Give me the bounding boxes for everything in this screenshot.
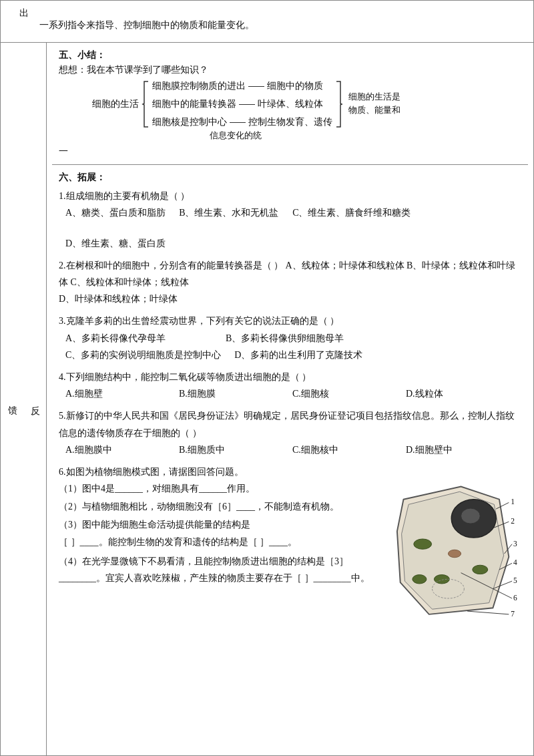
q1-optD: D、维生素、糖、蛋白质 bbox=[65, 235, 166, 252]
diagram-area: （1）图中4是______，对细胞具有______作用。 （2）与植物细胞相比，… bbox=[59, 480, 521, 632]
svg-point-6 bbox=[413, 575, 427, 584]
item-row-1: 细胞膜控制物质的进出 细胞中的物质 bbox=[152, 80, 332, 92]
cell-svg: 1 2 3 4 bbox=[388, 480, 521, 627]
q3-optB: B、多莉长得像供卵细胞母羊 bbox=[226, 330, 344, 347]
right-brace-svg bbox=[335, 80, 343, 128]
q1-optA: A、糖类、蛋白质和脂肪 bbox=[65, 204, 166, 221]
question-2: 2.在树根和叶的细胞中，分别含有的能量转换器是（ ） A、线粒体；叶绿体和线粒体… bbox=[59, 257, 521, 308]
svg-text:2: 2 bbox=[511, 517, 515, 525]
q3-optA: A、多莉长得像代孕母羊 bbox=[65, 330, 212, 347]
item-row-3: 细胞核是控制中心 控制生物发育、遗传 bbox=[152, 116, 332, 128]
svg-text:7: 7 bbox=[511, 610, 515, 618]
q3-options2: C、多莉的实例说明细胞质是控制中心 D、多莉的出生利用了克隆技术 bbox=[59, 347, 521, 363]
summary-title: 五、小结： bbox=[59, 49, 521, 61]
svg-text:6: 6 bbox=[513, 594, 517, 602]
summary-footer: 一 bbox=[59, 146, 521, 158]
left-brace-svg bbox=[142, 80, 150, 128]
main-content-cell: 五、小结： 想想：我在本节课学到了哪些知识？ 细胞的生活 bbox=[47, 43, 534, 756]
top-content: 出 一系列指令来指导、控制细胞中的物质和能量变化。 bbox=[1, 1, 534, 43]
question-5: 5.新修订的中华人民共和国《居民身份证法》明确规定，居民身份证登记项目包括指纹信… bbox=[59, 407, 521, 458]
q6-text: 6.如图为植物细胞模式图，请据图回答问题。 bbox=[59, 463, 521, 480]
q4-optD: D.线粒体 bbox=[406, 385, 506, 402]
q5-options: A.细胞膜中 B.细胞质中 C.细胞核中 D.细胞壁中 bbox=[59, 441, 521, 458]
q1-options: A、糖类、蛋白质和脂肪 B、维生素、水和无机盐 C、维生素、膳食纤维和糖类 D、… bbox=[59, 204, 521, 251]
svg-text:4: 4 bbox=[513, 558, 517, 566]
think-line: 想想：我在本节课学到了哪些知识？ bbox=[59, 64, 521, 76]
q5-text: 5.新修订的中华人民共和国《居民身份证法》明确规定，居民身份证登记项目包括指纹信… bbox=[59, 407, 521, 441]
q2-text2: D、叶绿体和线粒体；叶绿体 bbox=[59, 291, 521, 307]
svg-point-7 bbox=[473, 565, 488, 574]
q3-options: A、多莉长得像代孕母羊 B、多莉长得像供卵细胞母羊 bbox=[59, 330, 521, 347]
items-list: 细胞膜控制物质的进出 细胞中的物质 细胞中的能量转换器 叶绿体、线粒体 bbox=[152, 80, 332, 128]
question-1: 1.组成细胞的主要有机物是（ ） A、糖类、蛋白质和脂肪 B、维生素、水和无机盐… bbox=[59, 188, 521, 252]
main-row: 反馈 五、小结： 想想：我在本节课学到了哪些知识？ 细胞的生活 bbox=[1, 43, 534, 756]
sub-q3: （3）图中能为细胞生命活动提供能量的结构是［ ］____。能控制生物的发育和遗传… bbox=[59, 516, 374, 550]
q1-optC: C、维生素、膳食纤维和糖类 bbox=[292, 204, 411, 221]
q5-optC: C.细胞核中 bbox=[292, 441, 392, 458]
sub-questions: （1）图中4是______，对细胞具有______作用。 （2）与植物细胞相比，… bbox=[59, 480, 374, 588]
section-divider bbox=[52, 164, 528, 165]
side-label-cell: 反馈 bbox=[1, 43, 47, 756]
dash-3 bbox=[230, 122, 246, 123]
top-char: 出 bbox=[19, 7, 521, 19]
q3-optC: C、多莉的实例说明细胞质是控制中心 bbox=[65, 347, 221, 363]
q4-text: 4.下列细胞结构中，能控制二氧化碳等物质进出细胞的是（ ） bbox=[59, 369, 521, 385]
expansion-section: 六、拓展： 1.组成细胞的主要有机物是（ ） A、糖类、蛋白质和脂肪 B、维生素… bbox=[52, 169, 528, 640]
info-change-line: 信息变化的统 bbox=[92, 130, 521, 142]
dash-1 bbox=[248, 86, 264, 87]
q4-optB: B.细胞膜 bbox=[179, 385, 279, 402]
sub-q2: （2）与植物细胞相比，动物细胞没有［6］____，不能制造有机物。 bbox=[59, 498, 374, 515]
item-row-2: 细胞中的能量转换器 叶绿体、线粒体 bbox=[152, 98, 332, 110]
svg-text:3: 3 bbox=[513, 540, 517, 548]
bottom-padding bbox=[52, 640, 528, 681]
q3-text: 3.克隆羊多莉的出生曾经震动世界，下列有关它的说法正确的是（ ） bbox=[59, 313, 521, 329]
svg-text:1: 1 bbox=[511, 498, 515, 506]
svg-point-3 bbox=[461, 508, 481, 524]
q5-optD: D.细胞壁中 bbox=[406, 441, 506, 458]
top-row: 出 一系列指令来指导、控制细胞中的物质和能量变化。 bbox=[1, 1, 534, 43]
q5-optA: A.细胞膜中 bbox=[65, 441, 166, 458]
page: 出 一系列指令来指导、控制细胞中的物质和能量变化。 反馈 五、小结： 想想：我在… bbox=[0, 0, 534, 756]
main-table: 出 一系列指令来指导、控制细胞中的物质和能量变化。 反馈 五、小结： 想想：我在… bbox=[0, 0, 534, 756]
svg-text:5: 5 bbox=[513, 576, 517, 584]
sub-q4: （4）在光学显微镜下不易看清，且能控制物质进出细胞的结构是［3］________… bbox=[59, 553, 374, 586]
expansion-title: 六、拓展： bbox=[59, 172, 521, 184]
q3-optD: D、多莉的出生利用了克隆技术 bbox=[234, 347, 362, 363]
question-3: 3.克隆羊多莉的出生曾经震动世界，下列有关它的说法正确的是（ ） A、多莉长得像… bbox=[59, 313, 521, 363]
right-result: 细胞的生活是 物质、能量和 bbox=[348, 80, 400, 128]
q2-text: 2.在树根和叶的细胞中，分别含有的能量转换器是（ ） A、线粒体；叶绿体和线粒体… bbox=[59, 257, 521, 291]
question-4: 4.下列细胞结构中，能控制二氧化碳等物质进出细胞的是（ ） A.细胞壁 B.细胞… bbox=[59, 369, 521, 402]
q4-options: A.细胞壁 B.细胞膜 C.细胞核 D.线粒体 bbox=[59, 385, 521, 402]
q5-optB: B.细胞质中 bbox=[179, 441, 279, 458]
dash-2 bbox=[239, 104, 255, 105]
side-label: 反馈 bbox=[6, 47, 41, 751]
q1-text: 1.组成细胞的主要有机物是（ ） bbox=[59, 188, 521, 204]
cell-life-label: 细胞的生活 bbox=[92, 80, 139, 128]
q4-optA: A.细胞壁 bbox=[65, 385, 166, 402]
q4-optC: C.细胞核 bbox=[292, 385, 392, 402]
top-line: 一系列指令来指导、控制细胞中的物质和能量变化。 bbox=[19, 19, 521, 31]
concept-diagram: 细胞的生活 细胞膜控制物质的进出 bbox=[72, 80, 521, 142]
cell-diagram-container: 1 2 3 4 bbox=[388, 480, 521, 632]
svg-line-22 bbox=[467, 611, 509, 614]
question-6: 6.如图为植物细胞模式图，请据图回答问题。 （1）图中4是______，对细胞具… bbox=[59, 463, 521, 632]
svg-point-4 bbox=[414, 539, 432, 549]
svg-point-8 bbox=[448, 550, 461, 557]
sub-q1: （1）图中4是______，对细胞具有______作用。 bbox=[59, 480, 374, 497]
q1-optB: B、维生素、水和无机盐 bbox=[179, 204, 279, 221]
summary-section: 五、小结： 想想：我在本节课学到了哪些知识？ 细胞的生活 bbox=[52, 47, 528, 160]
